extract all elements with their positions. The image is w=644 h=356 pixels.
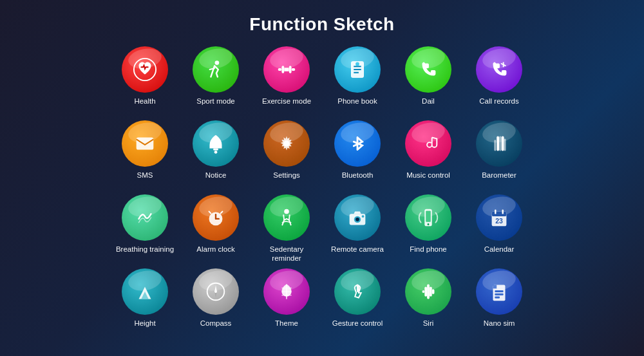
svg-point-17 (214, 151, 218, 154)
svg-text:23: 23 (495, 218, 503, 225)
svg-line-27 (209, 212, 211, 214)
function-item-compass[interactable]: Compass (180, 268, 251, 342)
function-item-remote-camera[interactable]: Remote camera (322, 194, 393, 268)
function-item-bluetooth[interactable]: Bluetooth (322, 120, 393, 194)
svg-rect-22 (504, 138, 506, 151)
function-item-sport-mode[interactable]: Sport mode (180, 46, 251, 120)
find-phone-label: Find phone (410, 245, 447, 254)
svg-rect-6 (284, 68, 289, 71)
function-item-sms[interactable]: SMS (109, 120, 180, 194)
svg-rect-5 (289, 66, 292, 73)
calendar-icon: 23 (476, 194, 522, 241)
sedentary-reminder-icon (263, 194, 310, 241)
svg-line-28 (221, 212, 223, 214)
gesture-control-label: Gesture control (332, 319, 383, 328)
svg-point-33 (362, 215, 365, 218)
remote-camera-icon (334, 194, 381, 241)
sms-icon (122, 120, 168, 167)
remote-camera-label: Remote camera (331, 245, 384, 254)
height-icon (122, 268, 168, 315)
svg-rect-4 (281, 66, 284, 73)
svg-rect-2 (278, 68, 282, 71)
theme-label: Theme (275, 319, 298, 328)
function-item-sedentary-reminder[interactable]: Sedentary reminder (251, 194, 322, 268)
nano-sim-icon (476, 268, 522, 315)
svg-rect-56 (495, 294, 503, 295)
function-item-find-phone[interactable]: Find phone (393, 194, 464, 268)
height-label: Height (134, 319, 155, 328)
function-item-dial[interactable]: Dail (393, 46, 464, 120)
compass-label: Compass (200, 319, 232, 328)
function-item-exercise-mode[interactable]: Exercise mode (251, 46, 322, 120)
breathing-training-icon (122, 194, 168, 241)
call-records-icon (476, 46, 522, 93)
page-title: Function Sketch (249, 14, 394, 35)
svg-rect-16 (213, 149, 218, 151)
function-item-siri[interactable]: Siri (393, 268, 464, 342)
svg-rect-57 (495, 297, 500, 299)
function-item-settings[interactable]: Settings (251, 120, 322, 194)
breathing-training-label: Breathing training (116, 245, 174, 254)
function-item-phone-book[interactable]: Phone book (322, 46, 393, 120)
function-item-alarm-clock[interactable]: Alarm clock (180, 194, 251, 268)
svg-point-43 (214, 290, 217, 293)
theme-icon (263, 268, 310, 315)
settings-label: Settings (273, 171, 300, 180)
sport-mode-label: Sport mode (196, 97, 234, 106)
svg-point-32 (355, 218, 359, 221)
function-item-height[interactable]: Height (109, 268, 180, 342)
music-control-label: Music control (406, 171, 450, 180)
svg-point-1 (215, 61, 220, 65)
svg-rect-35 (426, 211, 431, 222)
dial-label: Dail (422, 97, 435, 106)
sedentary-reminder-label: Sedentary reminder (254, 245, 319, 263)
svg-point-12 (355, 62, 359, 66)
phone-book-label: Phone book (337, 97, 377, 106)
phone-book-icon (334, 46, 381, 93)
music-control-icon (405, 120, 451, 167)
svg-point-29 (284, 209, 289, 214)
barometer-icon (476, 120, 522, 167)
svg-rect-55 (495, 290, 503, 292)
function-item-gesture-control[interactable]: Gesture control (322, 268, 393, 342)
function-grid: HealthSport modeExercise modePhone bookD… (109, 46, 535, 342)
exercise-mode-label: Exercise mode (262, 97, 311, 106)
nano-sim-label: Nano sim (484, 319, 515, 328)
svg-point-48 (356, 285, 359, 287)
svg-rect-15 (137, 138, 154, 150)
svg-rect-21 (502, 136, 504, 151)
exercise-mode-icon (263, 46, 310, 93)
notice-icon (193, 120, 239, 167)
svg-rect-20 (499, 136, 502, 151)
function-item-nano-sim[interactable]: Nano sim (464, 268, 535, 342)
bluetooth-icon (334, 120, 381, 167)
function-item-health[interactable]: Health (109, 46, 180, 120)
alarm-clock-label: Alarm clock (196, 245, 234, 254)
health-icon (122, 46, 168, 93)
svg-rect-23 (494, 140, 496, 151)
function-item-calendar[interactable]: 23Calendar (464, 194, 535, 268)
calendar-label: Calendar (484, 245, 515, 254)
sms-label: SMS (137, 171, 153, 180)
siri-icon (405, 268, 451, 315)
bluetooth-label: Bluetooth (342, 171, 374, 180)
compass-icon (193, 268, 239, 315)
svg-point-36 (428, 223, 430, 225)
notice-label: Notice (205, 171, 227, 180)
sport-mode-icon (193, 46, 239, 93)
call-records-label: Call records (479, 97, 518, 106)
dial-icon (405, 46, 451, 93)
function-item-breathing-training[interactable]: Breathing training (109, 194, 180, 268)
svg-rect-38 (492, 212, 507, 217)
gesture-control-icon (334, 268, 381, 315)
find-phone-icon (405, 194, 451, 241)
function-item-theme[interactable]: Theme (251, 268, 322, 342)
function-item-call-records[interactable]: Call records (464, 46, 535, 120)
function-item-music-control[interactable]: Music control (393, 120, 464, 194)
settings-icon (263, 120, 310, 167)
function-item-notice[interactable]: Notice (180, 120, 251, 194)
alarm-clock-icon (193, 194, 239, 241)
siri-label: Siri (423, 319, 434, 328)
function-item-barometer[interactable]: Barometer (464, 120, 535, 194)
barometer-label: Barometer (482, 171, 516, 180)
